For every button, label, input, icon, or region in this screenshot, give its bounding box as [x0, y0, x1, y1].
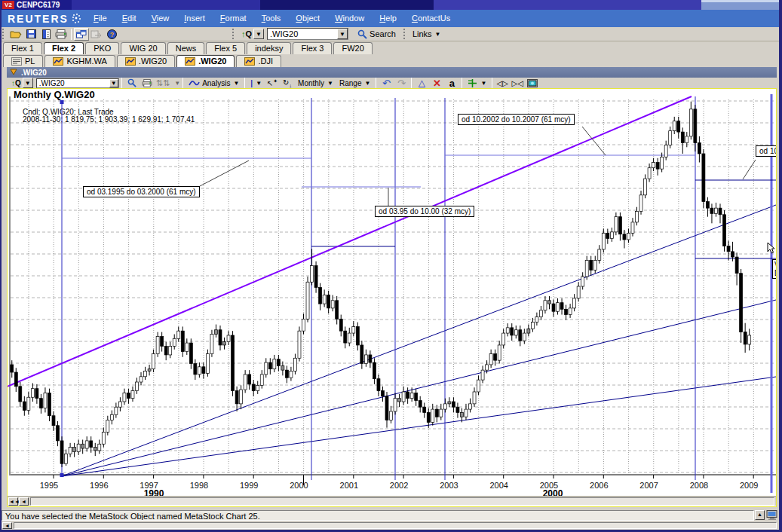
workspace-hscrollbar[interactable]: ◄: [2, 521, 778, 530]
toolbar-grip[interactable]: [2, 29, 5, 39]
window-tab-dji[interactable]: .DJI: [236, 55, 281, 67]
workspace-tab-news[interactable]: News: [167, 42, 205, 54]
zoom-button[interactable]: [124, 77, 140, 90]
toolbar-grip[interactable]: [403, 29, 406, 39]
measure-annotation[interactable]: od 03.1995 do 03.2000 (61 mcy): [83, 186, 200, 197]
chevron-down-icon[interactable]: ▼: [109, 79, 118, 87]
measure-annotation[interactable]: od 10.2002 do 10.2007 (61 mcy): [458, 114, 575, 125]
refresh-quotes-button[interactable]: ⇅⇅: [155, 77, 171, 90]
menu-item-window[interactable]: Window: [327, 10, 372, 27]
menu-item-object[interactable]: Object: [288, 10, 327, 27]
chart-canvas[interactable]: 1995199619971998199920002001200220032004…: [8, 89, 776, 496]
workspace-tab-wig-20[interactable]: WIG 20: [121, 42, 165, 54]
menu-item-file[interactable]: File: [86, 10, 115, 27]
scroll-left-button[interactable]: ◄: [19, 497, 29, 506]
menu-item-tools[interactable]: Tools: [254, 10, 289, 27]
measure-annotation[interactable]: od 10.2007: [756, 145, 776, 157]
svg-text:2000: 2000: [543, 488, 563, 496]
menubar: REUTERS FileEditViewInsertFormatToolsObj…: [0, 10, 782, 27]
symbol-combobox[interactable]: .WIG20 ▼: [267, 28, 348, 40]
pointer-tool-button[interactable]: ↖✦: [265, 77, 280, 90]
chart-area[interactable]: Monthly Q.WIG20 Cndl; Q.WIG20; Last Trad…: [8, 89, 776, 496]
save-button[interactable]: [23, 28, 38, 41]
toolbar-grip[interactable]: [232, 29, 235, 39]
svg-text:2002: 2002: [390, 481, 408, 490]
print-icon: [55, 29, 67, 39]
print-button[interactable]: [54, 28, 69, 41]
menu-item-view[interactable]: View: [144, 10, 177, 27]
line-style-dropdown[interactable]: |▼: [247, 77, 265, 90]
tile-windows-button[interactable]: [74, 28, 89, 41]
window-tab-wig20[interactable]: .WIG20: [117, 55, 175, 67]
range-dropdown[interactable]: Range▼: [336, 77, 373, 90]
camera-icon: [527, 79, 538, 87]
window-tab-wig20[interactable]: .WIG20: [176, 55, 235, 67]
workspace-tab-flex-2[interactable]: Flex 2: [44, 42, 84, 54]
open-button[interactable]: [8, 28, 23, 41]
search-button[interactable]: Search: [354, 28, 399, 41]
app-icon[interactable]: V2: [2, 1, 14, 9]
workbook-button[interactable]: [38, 28, 54, 41]
chart-icon: [185, 57, 195, 66]
menu-item-edit[interactable]: Edit: [115, 10, 144, 27]
chevron-down-icon[interactable]: ▼: [253, 29, 264, 39]
undo-button[interactable]: ↶: [379, 77, 394, 90]
interval-dropdown[interactable]: Monthly▼: [295, 77, 336, 90]
window-frame-right: [779, 0, 782, 532]
workspace-tab-indeksy[interactable]: indeksy: [247, 42, 291, 54]
workspace-tab-flex-5[interactable]: Flex 5: [206, 42, 245, 54]
window-tab-pl[interactable]: PL: [3, 55, 43, 67]
workspace-tabs: Flex 1Flex 2PKOWIG 20NewsFlex 5indeksyFl…: [0, 41, 782, 54]
print-chart-button[interactable]: [140, 77, 155, 90]
help-button[interactable]: ?: [104, 28, 119, 41]
triangle-tool-button[interactable]: △: [414, 77, 429, 90]
redo-button[interactable]: ↷: [394, 77, 409, 90]
scrollbar-track[interactable]: [30, 497, 774, 506]
chevron-down-icon[interactable]: ▼: [174, 80, 180, 87]
scroll-far-left-button[interactable]: ◄◄: [8, 497, 18, 506]
measure-annotation[interactable]: od 03.95 do 10.00 (32 mcy): [375, 206, 474, 217]
chart-hscrollbar[interactable]: ◄◄ ◄: [8, 496, 776, 506]
workspace-tab-flex-3[interactable]: Flex 3: [293, 42, 332, 54]
menu-item-help[interactable]: Help: [372, 10, 404, 27]
compress-x-button[interactable]: ▷◁: [510, 77, 525, 90]
expand-x-button[interactable]: ◁▷: [495, 77, 510, 90]
status-message: You have selected the MetaStock Object n…: [2, 510, 754, 521]
svg-text:2009: 2009: [740, 481, 758, 490]
workspace-tab-pko[interactable]: PKO: [85, 42, 119, 54]
chart-window-title: .WIG20: [21, 69, 47, 77]
analysis-dropdown[interactable]: Analysis▼: [186, 77, 242, 90]
send-button[interactable]: [89, 28, 104, 41]
quote-type-dropdown[interactable]: ↑ Q▼: [7, 77, 36, 90]
svg-text:1998: 1998: [190, 481, 208, 490]
menu-item-contactus[interactable]: ContactUs: [404, 10, 458, 27]
quote-type-dropdown[interactable]: ↑ Q▼: [238, 28, 267, 41]
workspace-tab-flex-1[interactable]: Flex 1: [3, 42, 42, 54]
snapshot-button[interactable]: [525, 77, 540, 90]
svg-text:?: ?: [109, 30, 114, 38]
plot-left-border: [9, 96, 11, 475]
zoom-out-tool-button[interactable]: ↻↓: [280, 77, 295, 90]
scrollbar-track[interactable]: [14, 522, 777, 529]
terminal-tray-button[interactable]: [765, 509, 780, 521]
links-dropdown[interactable]: Links▼: [409, 28, 444, 41]
chevron-down-icon[interactable]: ▼: [23, 78, 33, 88]
crosshair-dropdown[interactable]: ▼: [465, 77, 489, 90]
svg-text:1996: 1996: [90, 481, 108, 490]
chevron-down-icon[interactable]: ▼: [337, 29, 348, 39]
menu-item-format[interactable]: Format: [213, 10, 254, 27]
tile-windows-icon: [76, 30, 87, 38]
menu-item-insert[interactable]: Insert: [176, 10, 213, 27]
candlestick-series: [11, 102, 751, 467]
workspace-tab-fw20[interactable]: FW20: [333, 42, 372, 54]
text-tool-button[interactable]: a: [444, 77, 459, 90]
window-menu-icon[interactable]: [9, 69, 18, 76]
window-tab-kghm.wa[interactable]: KGHM.WA: [44, 55, 115, 67]
scroll-left-button[interactable]: ◄: [2, 522, 12, 529]
scroll-up-button[interactable]: ▲: [755, 510, 765, 520]
trendlines[interactable]: [8, 94, 776, 493]
chart-symbol-combobox[interactable]: .WIG20 ▼: [36, 78, 119, 88]
reuters-globe-icon: [72, 13, 81, 24]
delete-tool-button[interactable]: ✕: [429, 77, 444, 90]
crosshair-icon: [468, 78, 477, 88]
